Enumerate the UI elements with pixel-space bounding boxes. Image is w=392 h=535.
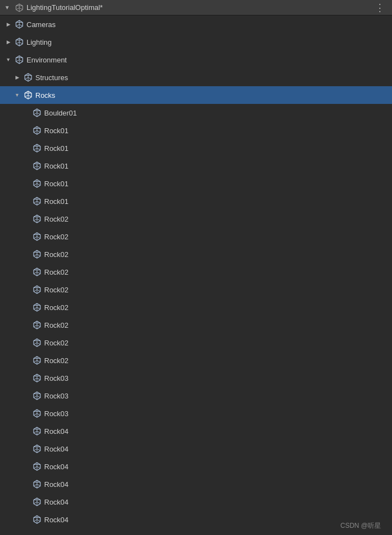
tree-item-lighting[interactable]: Lighting: [0, 33, 392, 51]
svg-line-44: [37, 166, 40, 168]
tree-item-rock01_5[interactable]: Rock01: [0, 192, 392, 210]
cube-icon-rock01_2: [32, 143, 42, 153]
tree-item-environment[interactable]: Environment: [0, 51, 392, 69]
tree-item-structures[interactable]: Structures: [0, 69, 392, 86]
panel-menu-button[interactable]: ⋮: [373, 2, 388, 14]
svg-line-128: [34, 466, 37, 469]
svg-line-93: [34, 343, 37, 345]
item-label-lighting: Lighting: [27, 38, 52, 46]
svg-line-113: [34, 413, 37, 416]
item-label-rock03_3: Rock03: [44, 410, 68, 418]
item-label-rock01_1: Rock01: [44, 127, 68, 135]
svg-line-118: [34, 431, 37, 433]
cube-icon-cameras: [14, 19, 24, 29]
svg-line-13: [16, 60, 19, 62]
expand-arrow-environment[interactable]: [4, 56, 12, 64]
watermark: CSDN @听星: [340, 521, 381, 531]
tree-item-rock01_4[interactable]: Rock01: [0, 175, 392, 192]
tree-item-rock02_1[interactable]: Rock02: [0, 210, 392, 228]
svg-line-58: [34, 219, 37, 221]
tree-item-rock01_3[interactable]: Rock01: [0, 157, 392, 175]
svg-line-84: [37, 307, 40, 310]
tree-item-rock02_6[interactable]: Rock02: [0, 298, 392, 316]
item-label-cameras: Cameras: [27, 20, 56, 29]
item-label-rock04_2: Rock04: [44, 445, 68, 453]
expand-arrow-cameras[interactable]: [4, 20, 12, 28]
svg-line-138: [34, 502, 37, 504]
cube-icon-rock02_6: [32, 302, 42, 312]
svg-line-109: [37, 396, 40, 398]
cube-icon-rock02_2: [32, 232, 42, 242]
svg-line-39: [37, 148, 40, 150]
item-label-rock03_1: Rock03: [44, 374, 68, 382]
svg-line-73: [34, 272, 37, 274]
tree-item-rocks[interactable]: Rocks: [0, 86, 392, 104]
item-label-rock01_4: Rock01: [44, 180, 68, 188]
svg-line-54: [37, 201, 40, 203]
tree-item-rock04_4[interactable]: Rock04: [0, 475, 392, 493]
tree-item-rock03_2[interactable]: Rock03: [0, 387, 392, 405]
cube-icon-rock03_3: [32, 408, 42, 418]
expand-arrow-lighting[interactable]: [4, 38, 12, 46]
cube-icon-rock02_5: [32, 285, 42, 295]
svg-line-14: [19, 60, 23, 62]
svg-line-139: [37, 502, 40, 504]
tree-item-rock02_5[interactable]: Rock02: [0, 281, 392, 298]
svg-line-89: [37, 325, 40, 327]
cube-icon-rock04_3: [32, 461, 42, 471]
svg-line-9: [19, 42, 23, 44]
tree-item-rock04_3[interactable]: Rock04: [0, 458, 392, 475]
tree-item-rock02_4[interactable]: Rock02: [0, 263, 392, 281]
item-label-rock01_2: Rock01: [44, 144, 68, 153]
cube-icon-rock04_2: [32, 444, 42, 454]
panel-collapse-arrow[interactable]: ▼: [4, 4, 10, 11]
tree-item-boulder01[interactable]: Boulder01: [0, 104, 392, 122]
svg-line-8: [16, 42, 19, 44]
tree-item-rock02_8[interactable]: Rock02: [0, 334, 392, 352]
cube-icon-rock04_5: [32, 497, 42, 507]
tree-item-cameras[interactable]: Cameras: [0, 15, 392, 33]
cube-icon-rock01_1: [32, 125, 42, 135]
item-label-boulder01: Boulder01: [44, 109, 77, 117]
tree-item-rock01_2[interactable]: Rock01: [0, 139, 392, 157]
cube-icon-rock01_4: [32, 179, 42, 188]
tree-item-rock04_6[interactable]: Rock04: [0, 511, 392, 528]
svg-line-3: [16, 24, 19, 27]
tree-item-rock04_2[interactable]: Rock04: [0, 440, 392, 458]
tree-item-rock02_2[interactable]: Rock02: [0, 228, 392, 245]
cube-icon-structures: [23, 72, 33, 82]
svg-line-19: [28, 77, 31, 80]
tree-item-rock04_1[interactable]: Rock04: [0, 422, 392, 440]
svg-line-68: [34, 254, 37, 256]
svg-line-114: [37, 413, 40, 416]
item-label-rock02_9: Rock02: [44, 356, 68, 365]
svg-line-98: [34, 360, 37, 363]
svg-line-104: [37, 378, 40, 380]
tree-item-rock02_3[interactable]: Rock02: [0, 245, 392, 263]
svg-line-134: [37, 484, 40, 486]
svg-line-48: [34, 183, 37, 186]
svg-line-24: [28, 95, 31, 97]
svg-line-133: [34, 484, 37, 486]
tree-item-rock02_7[interactable]: Rock02: [0, 316, 392, 334]
tree-item-rock04_5[interactable]: Rock04: [0, 493, 392, 511]
cube-icon-rock02_8: [32, 338, 42, 348]
tree-item-rock03_1[interactable]: Rock03: [0, 369, 392, 387]
item-label-rock04_4: Rock04: [44, 480, 68, 489]
item-label-rock02_4: Rock02: [44, 268, 68, 276]
tree-item-rock02_9[interactable]: Rock02: [0, 352, 392, 369]
tree-container[interactable]: Cameras Lighting Environment Structures …: [0, 15, 392, 535]
hierarchy-panel: ▼ LightingTutorialOptimal* ⋮ Cameras Lig…: [0, 0, 392, 535]
tree-item-rock03_3[interactable]: Rock03: [0, 405, 392, 422]
svg-line-99: [37, 360, 40, 363]
item-label-rock02_5: Rock02: [44, 286, 68, 294]
panel-header: ▼ LightingTutorialOptimal* ⋮: [0, 0, 392, 15]
expand-arrow-rocks[interactable]: [13, 91, 21, 99]
tree-item-rock01_1[interactable]: Rock01: [0, 122, 392, 139]
svg-line-108: [34, 396, 37, 398]
item-label-rock04_5: Rock04: [44, 498, 68, 506]
svg-line-103: [34, 378, 37, 380]
svg-line-94: [37, 343, 40, 345]
expand-arrow-structures[interactable]: [13, 74, 21, 81]
svg-line-34: [37, 130, 40, 133]
